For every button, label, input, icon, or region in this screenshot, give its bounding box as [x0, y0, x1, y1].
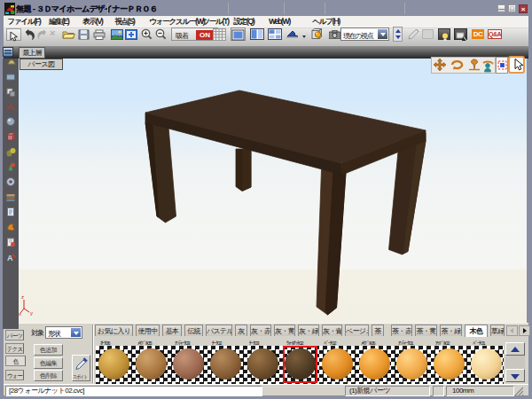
svg-text:x: x	[19, 311, 21, 317]
svg-text:z: z	[21, 294, 24, 300]
svg-text:y: y	[30, 310, 33, 316]
